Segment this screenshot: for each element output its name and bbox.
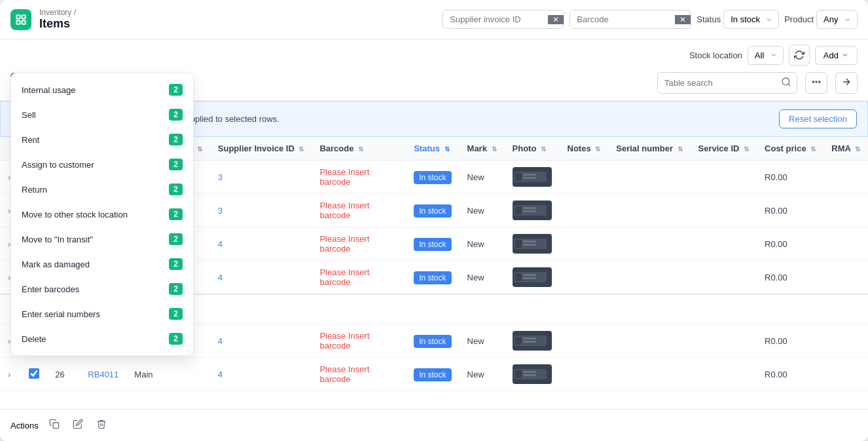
row-status: In stock [406, 324, 459, 358]
row-notes [560, 261, 609, 295]
col-barcode[interactable]: Barcode ⇅ [312, 137, 406, 161]
action-mark-damaged[interactable]: Mark as damaged 2 [11, 252, 193, 277]
action-enter-serial-numbers[interactable]: Enter serial numbers 2 [11, 301, 193, 326]
svg-rect-11 [523, 177, 536, 179]
reset-selection-button[interactable]: Reset selection [779, 109, 857, 128]
col-status[interactable]: Status ⇅ [406, 137, 459, 161]
row-rma [823, 161, 868, 194]
barcode-input[interactable] [570, 10, 675, 28]
row-mark: New [460, 227, 505, 261]
svg-rect-35 [515, 370, 522, 378]
row-supplier-invoice[interactable]: 4 [210, 358, 312, 391]
action-internal-usage[interactable]: Internal usage 2 [11, 77, 193, 102]
row-checkbox[interactable] [29, 368, 39, 379]
col-notes[interactable]: Notes ⇅ [560, 137, 609, 161]
row-service-id [691, 261, 757, 295]
action-delete[interactable]: Delete 2 [11, 326, 193, 351]
action-internal-usage-label: Internal usage [22, 85, 75, 95]
action-assign-to-customer[interactable]: Assign to customer 2 [11, 152, 193, 177]
row-r-link[interactable]: RB4011 [88, 370, 118, 379]
col-serial-number[interactable]: Serial number ⇅ [608, 137, 690, 161]
row-rma [823, 324, 868, 358]
row-invoice-link[interactable]: 4 [218, 239, 223, 249]
col-mark[interactable]: Mark ⇅ [460, 137, 505, 161]
action-enter-barcodes[interactable]: Enter barcodes 2 [11, 277, 193, 301]
barcode-filter[interactable]: ✕ [570, 10, 691, 29]
breadcrumb-parent[interactable]: Inventory [39, 8, 71, 17]
svg-rect-9 [515, 173, 522, 181]
row-num: 26 [55, 370, 64, 379]
row-notes [560, 194, 609, 227]
action-move-in-transit[interactable]: Move to "In transit" 2 [11, 227, 193, 252]
svg-rect-32 [523, 341, 536, 343]
item-photo [513, 267, 552, 287]
col-rma[interactable]: RMA ⇅ [823, 137, 868, 161]
action-return-label: Return [22, 185, 47, 195]
status-select[interactable]: In stock [723, 10, 779, 29]
export-button[interactable] [835, 72, 858, 94]
row-invoice-link[interactable]: 4 [218, 273, 223, 282]
row-invoice-link[interactable]: 3 [218, 206, 223, 216]
row-invoice-link[interactable]: 3 [218, 172, 223, 182]
bottom-edit-button[interactable] [70, 416, 86, 434]
action-move-stock-label: Move to other stock location [22, 210, 128, 220]
item-photo [513, 167, 552, 187]
action-return[interactable]: Return 2 [11, 177, 193, 202]
row-checkbox-cell[interactable] [21, 358, 47, 391]
col-cost-price[interactable]: Cost price ⇅ [757, 137, 823, 161]
row-serial-number [608, 261, 690, 295]
row-supplier-invoice[interactable]: 4 [210, 261, 312, 295]
bottom-copy-button[interactable] [46, 416, 62, 434]
row-expand-icon[interactable]: › [8, 370, 10, 379]
bottom-delete-button[interactable] [94, 416, 109, 434]
svg-rect-21 [523, 244, 536, 246]
supplier-invoice-clear[interactable]: ✕ [548, 15, 564, 24]
row-invoice-link[interactable]: 4 [218, 370, 223, 379]
row-serial-number [608, 324, 690, 358]
row-supplier-invoice[interactable]: 4 [210, 324, 312, 358]
action-rent[interactable]: Rent 2 [11, 127, 193, 152]
row-cost-price: R0.00 [757, 324, 823, 358]
col-photo[interactable]: Photo ⇅ [505, 137, 560, 161]
supplier-invoice-filter[interactable]: ✕ [443, 10, 564, 29]
row-photo [505, 324, 560, 358]
row-supplier-invoice[interactable]: 3 [210, 194, 312, 227]
refresh-button[interactable] [789, 45, 810, 66]
action-sell[interactable]: Sell 2 [11, 102, 193, 127]
supplier-invoice-input[interactable] [443, 10, 548, 28]
breadcrumb: Inventory / Items [39, 8, 76, 31]
row-supplier-invoice[interactable]: 3 [210, 161, 312, 194]
col-supplier-invoice[interactable]: Supplier Invoice ID ⇅ [210, 137, 312, 161]
row-expand-cell[interactable]: › [0, 358, 21, 391]
page-title: Items [39, 17, 76, 31]
barcode-clear[interactable]: ✕ [675, 15, 691, 24]
product-select[interactable]: Any [816, 10, 858, 29]
table-search-input[interactable] [658, 74, 776, 92]
more-options-button[interactable] [805, 72, 827, 94]
table-row: › 26 RB4011 Main 4 Please Insert barcode… [0, 358, 868, 391]
action-move-stock-location[interactable]: Move to other stock location 2 [11, 202, 193, 227]
col-service-id[interactable]: Service ID ⇅ [691, 137, 757, 161]
bottom-actions-label: Actions [10, 421, 39, 431]
svg-rect-24 [515, 273, 522, 281]
row-serial-number [608, 194, 690, 227]
row-invoice-link[interactable]: 4 [218, 336, 223, 346]
add-button[interactable]: Add [815, 46, 858, 65]
row-cost-price: R0.00 [757, 261, 823, 295]
svg-rect-38 [547, 372, 550, 377]
row-photo [505, 194, 560, 227]
actions-dropdown: Internal usage 2 Sell 2 Rent 2 Assign to… [10, 73, 194, 356]
row-r-cell[interactable]: RB4011 [80, 358, 126, 391]
action-sell-badge: 2 [169, 109, 183, 121]
action-rent-badge: 2 [169, 134, 183, 145]
row-supplier-invoice[interactable]: 4 [210, 227, 312, 261]
stock-location-select[interactable]: All [748, 46, 784, 65]
svg-rect-19 [515, 240, 522, 248]
action-sell-label: Sell [22, 110, 36, 120]
svg-point-5 [812, 81, 814, 83]
row-notes [560, 161, 609, 194]
action-enter-serial-label: Enter serial numbers [22, 309, 100, 319]
table-search-wrap[interactable] [657, 72, 797, 94]
row-serial-number [608, 227, 690, 261]
table-search-icon[interactable] [776, 73, 797, 93]
